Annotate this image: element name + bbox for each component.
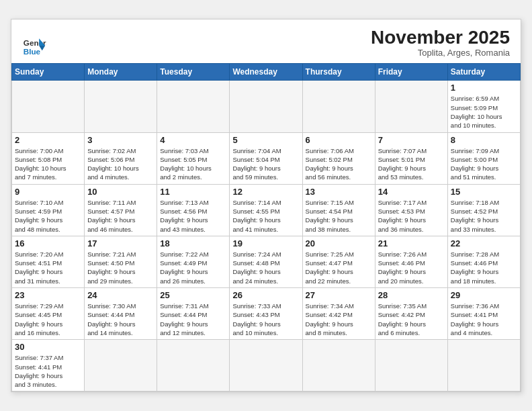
header-friday: Friday [375, 64, 447, 81]
table-row: 6Sunrise: 7:06 AMSunset: 5:02 PMDaylight… [302, 132, 375, 184]
day-info: Sunrise: 7:26 AMSunset: 4:46 PMDaylight:… [378, 250, 445, 285]
table-row: 26Sunrise: 7:33 AMSunset: 4:43 PMDayligh… [230, 288, 302, 340]
weekday-header-row: Sunday Monday Tuesday Wednesday Thursday… [12, 64, 521, 81]
day-number: 8 [451, 135, 517, 145]
header-saturday: Saturday [447, 64, 520, 81]
table-row: 14Sunrise: 7:17 AMSunset: 4:53 PMDayligh… [375, 184, 447, 236]
table-row: 20Sunrise: 7:25 AMSunset: 4:47 PMDayligh… [302, 236, 375, 287]
day-number: 5 [232, 135, 299, 145]
day-info: Sunrise: 7:13 AMSunset: 4:56 PMDaylight:… [160, 198, 226, 234]
table-row [85, 340, 157, 392]
day-number: 24 [87, 290, 154, 300]
day-number: 12 [232, 187, 299, 197]
calendar-week-row: 1Sunrise: 6:59 AMSunset: 5:09 PMDaylight… [12, 81, 521, 132]
day-info: Sunrise: 7:35 AMSunset: 4:42 PMDaylight:… [378, 302, 445, 337]
table-row: 9Sunrise: 7:10 AMSunset: 4:59 PMDaylight… [12, 184, 85, 236]
header-thursday: Thursday [302, 64, 375, 81]
calendar-header: General Blue November 2025 Toplita, Arge… [11, 19, 521, 64]
day-number: 30 [15, 342, 81, 352]
calendar-week-row: 2Sunrise: 7:00 AMSunset: 5:08 PMDaylight… [12, 132, 521, 184]
table-row: 12Sunrise: 7:14 AMSunset: 4:55 PMDayligh… [230, 184, 302, 236]
table-row: 13Sunrise: 7:15 AMSunset: 4:54 PMDayligh… [302, 184, 375, 236]
header-tuesday: Tuesday [157, 64, 230, 81]
day-number: 18 [160, 238, 226, 248]
day-number: 23 [15, 290, 81, 300]
day-info: Sunrise: 7:10 AMSunset: 4:59 PMDaylight:… [15, 198, 81, 234]
table-row: 5Sunrise: 7:04 AMSunset: 5:04 PMDaylight… [230, 132, 302, 184]
day-info: Sunrise: 7:17 AMSunset: 4:53 PMDaylight:… [378, 198, 445, 234]
day-info: Sunrise: 7:29 AMSunset: 4:45 PMDaylight:… [15, 302, 81, 337]
table-row [375, 340, 447, 392]
day-number: 1 [451, 83, 517, 93]
table-row: 11Sunrise: 7:13 AMSunset: 4:56 PMDayligh… [157, 184, 230, 236]
table-row: 2Sunrise: 7:00 AMSunset: 5:08 PMDaylight… [12, 132, 85, 184]
day-number: 10 [87, 187, 154, 197]
table-row: 17Sunrise: 7:21 AMSunset: 4:50 PMDayligh… [85, 236, 157, 287]
day-info: Sunrise: 7:15 AMSunset: 4:54 PMDaylight:… [306, 198, 372, 234]
day-info: Sunrise: 7:18 AMSunset: 4:52 PMDaylight:… [451, 198, 517, 234]
day-info: Sunrise: 7:34 AMSunset: 4:42 PMDaylight:… [306, 302, 372, 337]
table-row [375, 81, 447, 132]
header-wednesday: Wednesday [230, 64, 302, 81]
header-monday: Monday [85, 64, 157, 81]
table-row: 29Sunrise: 7:36 AMSunset: 4:41 PMDayligh… [447, 288, 520, 340]
table-row [230, 81, 302, 132]
day-info: Sunrise: 7:20 AMSunset: 4:51 PMDaylight:… [15, 250, 81, 285]
day-info: Sunrise: 7:25 AMSunset: 4:47 PMDaylight:… [306, 250, 372, 285]
day-info: Sunrise: 7:03 AMSunset: 5:05 PMDaylight:… [160, 146, 226, 182]
table-row [12, 81, 85, 132]
table-row: 24Sunrise: 7:30 AMSunset: 4:44 PMDayligh… [85, 288, 157, 340]
day-number: 3 [87, 135, 154, 145]
table-row: 4Sunrise: 7:03 AMSunset: 5:05 PMDaylight… [157, 132, 230, 184]
day-number: 25 [160, 290, 226, 300]
table-row [302, 340, 375, 392]
day-info: Sunrise: 7:36 AMSunset: 4:41 PMDaylight:… [451, 302, 517, 337]
day-number: 6 [306, 135, 372, 145]
day-info: Sunrise: 7:04 AMSunset: 5:04 PMDaylight:… [232, 146, 299, 182]
table-row: 28Sunrise: 7:35 AMSunset: 4:42 PMDayligh… [375, 288, 447, 340]
subtitle: Toplita, Arges, Romania [371, 48, 510, 58]
title-block: November 2025 Toplita, Arges, Romania [371, 28, 510, 58]
logo: General Blue [22, 34, 46, 58]
table-row: 15Sunrise: 7:18 AMSunset: 4:52 PMDayligh… [447, 184, 520, 236]
day-info: Sunrise: 7:37 AMSunset: 4:41 PMDaylight:… [15, 353, 81, 389]
table-row: 21Sunrise: 7:26 AMSunset: 4:46 PMDayligh… [375, 236, 447, 287]
calendar-container: General Blue November 2025 Toplita, Arge… [11, 19, 521, 393]
day-info: Sunrise: 7:21 AMSunset: 4:50 PMDaylight:… [87, 250, 154, 285]
table-row: 1Sunrise: 6:59 AMSunset: 5:09 PMDaylight… [447, 81, 520, 132]
table-row: 22Sunrise: 7:28 AMSunset: 4:46 PMDayligh… [447, 236, 520, 287]
day-number: 27 [306, 290, 372, 300]
table-row [157, 81, 230, 132]
day-info: Sunrise: 7:28 AMSunset: 4:46 PMDaylight:… [451, 250, 517, 285]
day-number: 28 [378, 290, 445, 300]
day-number: 21 [378, 238, 445, 248]
table-row: 23Sunrise: 7:29 AMSunset: 4:45 PMDayligh… [12, 288, 85, 340]
calendar-week-row: 30Sunrise: 7:37 AMSunset: 4:41 PMDayligh… [12, 340, 521, 392]
day-number: 11 [160, 187, 226, 197]
day-info: Sunrise: 7:22 AMSunset: 4:49 PMDaylight:… [160, 250, 226, 285]
day-number: 20 [306, 238, 372, 248]
day-info: Sunrise: 7:14 AMSunset: 4:55 PMDaylight:… [232, 198, 299, 234]
table-row: 7Sunrise: 7:07 AMSunset: 5:01 PMDaylight… [375, 132, 447, 184]
day-info: Sunrise: 7:24 AMSunset: 4:48 PMDaylight:… [232, 250, 299, 285]
day-number: 13 [306, 187, 372, 197]
day-number: 7 [378, 135, 445, 145]
day-number: 9 [15, 187, 81, 197]
day-number: 29 [451, 290, 517, 300]
table-row [157, 340, 230, 392]
table-row: 18Sunrise: 7:22 AMSunset: 4:49 PMDayligh… [157, 236, 230, 287]
calendar-week-row: 9Sunrise: 7:10 AMSunset: 4:59 PMDaylight… [12, 184, 521, 236]
calendar-table: Sunday Monday Tuesday Wednesday Thursday… [11, 63, 521, 392]
day-info: Sunrise: 7:30 AMSunset: 4:44 PMDaylight:… [87, 302, 154, 337]
table-row: 16Sunrise: 7:20 AMSunset: 4:51 PMDayligh… [12, 236, 85, 287]
day-info: Sunrise: 7:09 AMSunset: 5:00 PMDaylight:… [451, 146, 517, 182]
calendar-week-row: 23Sunrise: 7:29 AMSunset: 4:45 PMDayligh… [12, 288, 521, 340]
table-row: 3Sunrise: 7:02 AMSunset: 5:06 PMDaylight… [85, 132, 157, 184]
day-number: 16 [15, 238, 81, 248]
day-info: Sunrise: 6:59 AMSunset: 5:09 PMDaylight:… [451, 94, 517, 130]
day-info: Sunrise: 7:07 AMSunset: 5:01 PMDaylight:… [378, 146, 445, 182]
logo-icon: General Blue [22, 34, 46, 58]
day-info: Sunrise: 7:11 AMSunset: 4:57 PMDaylight:… [87, 198, 154, 234]
table-row: 8Sunrise: 7:09 AMSunset: 5:00 PMDaylight… [447, 132, 520, 184]
day-number: 15 [451, 187, 517, 197]
